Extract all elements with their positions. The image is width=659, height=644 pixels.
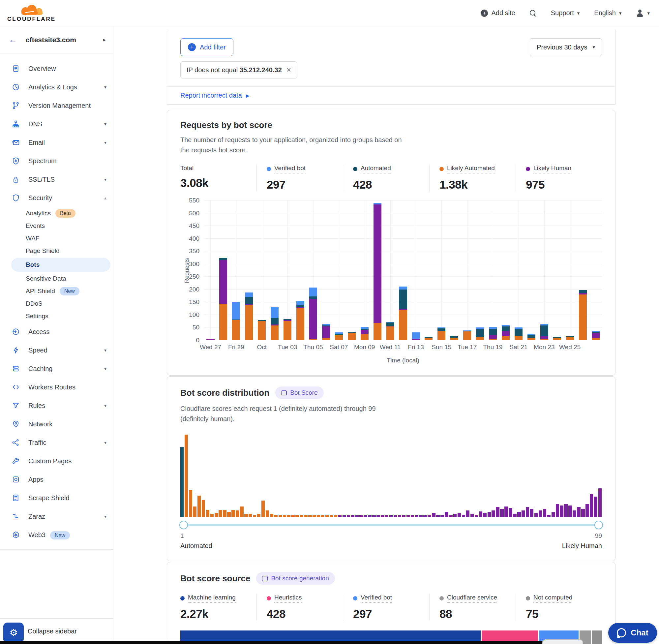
sidebar-item-ssl-tls[interactable]: SSL/TLS▾ [0, 170, 113, 189]
stacked-bar[interactable] [232, 302, 240, 340]
sidebar-item-spectrum[interactable]: Spectrum [0, 152, 113, 170]
stacked-bar[interactable] [283, 319, 291, 340]
histogram-bar[interactable] [283, 515, 286, 518]
filter-chip[interactable]: IP does not equal 35.212.240.32 × [180, 61, 297, 78]
sidebar-subitem-analytics[interactable]: AnalyticsBeta [0, 207, 113, 220]
histogram-bar[interactable] [423, 515, 427, 518]
histogram-bar[interactable] [496, 507, 499, 517]
histogram-bar[interactable] [598, 488, 602, 518]
histogram-bar[interactable] [334, 515, 337, 518]
histogram-bar[interactable] [359, 515, 362, 518]
sidebar-item-overview[interactable]: Overview [0, 59, 113, 78]
sidebar-subitem-waf[interactable]: WAF [0, 232, 113, 245]
collapse-sidebar-row[interactable]: ⚙ Collapse sidebar [0, 618, 113, 644]
cloudflare-logo[interactable]: CLOUDFLARE [7, 5, 56, 22]
histogram-bar[interactable] [398, 515, 401, 518]
histogram-bar[interactable] [270, 514, 273, 517]
settings-gear-button[interactable]: ⚙ [3, 623, 24, 643]
histogram-bar[interactable] [577, 507, 580, 517]
histogram-bar[interactable] [428, 515, 431, 518]
histogram-bar[interactable] [372, 515, 376, 518]
sidebar-item-rules[interactable]: Rules▾ [0, 396, 113, 415]
histogram-bar[interactable] [457, 513, 461, 518]
histogram-bar[interactable] [586, 504, 589, 517]
add-filter-button[interactable]: + Add filter [180, 38, 233, 56]
histogram-bar[interactable] [415, 515, 418, 518]
histogram-bar[interactable] [253, 515, 256, 518]
date-range-select[interactable]: Previous 30 days ▾ [530, 38, 602, 56]
histogram-bar[interactable] [236, 510, 239, 517]
histogram-bar[interactable] [300, 515, 303, 518]
histogram-bar[interactable] [504, 506, 508, 518]
slider-track[interactable] [180, 524, 602, 526]
histogram-bar[interactable] [483, 513, 487, 518]
histogram-bar[interactable] [470, 514, 474, 517]
histogram-bar[interactable] [202, 500, 205, 518]
histogram-bar[interactable] [193, 506, 196, 518]
stacked-bar[interactable] [515, 327, 522, 340]
stat-label-text[interactable]: Cloudflare service [447, 594, 497, 603]
histogram-bar[interactable] [368, 515, 371, 518]
histogram-bar[interactable] [581, 509, 585, 517]
histogram-bar[interactable] [539, 510, 542, 517]
histogram-bar[interactable] [441, 515, 444, 518]
histogram-bar[interactable] [231, 510, 235, 518]
histogram-bar[interactable] [218, 510, 222, 518]
site-selector[interactable]: ← cftestsite3.com ▸ [0, 26, 113, 53]
sidebar-item-custom-pages[interactable]: Custom Pages [0, 452, 113, 470]
histogram-bar[interactable] [394, 515, 397, 518]
sidebar-subitem-settings[interactable]: Settings [0, 310, 113, 322]
stacked-bar[interactable] [219, 258, 227, 340]
histogram-bar[interactable] [223, 510, 226, 518]
histogram-bar[interactable] [308, 515, 311, 518]
stacked-bar[interactable] [270, 307, 279, 340]
stacked-bar[interactable] [566, 336, 574, 340]
histogram-bar[interactable] [573, 510, 576, 517]
histogram-bar[interactable] [406, 515, 410, 518]
sidebar-item-security[interactable]: Security▴ [0, 189, 113, 207]
histogram-bar[interactable] [347, 515, 350, 518]
histogram-bar[interactable] [197, 496, 201, 517]
stacked-bar[interactable] [297, 301, 304, 340]
histogram-bar[interactable] [287, 515, 290, 518]
stacked-bar[interactable] [450, 336, 458, 340]
sidebar-item-dns[interactable]: DNS▾ [0, 115, 113, 133]
histogram-bar[interactable] [227, 512, 231, 517]
sidebar-item-caching[interactable]: Caching▾ [0, 360, 113, 378]
histogram-bar[interactable] [261, 501, 265, 517]
stat-label-text[interactable]: Likely Automated [447, 164, 495, 174]
histogram-bar[interactable] [479, 511, 482, 518]
stacked-bar[interactable] [361, 327, 369, 340]
histogram-bar[interactable] [210, 514, 214, 517]
sidebar-item-speed[interactable]: Speed▾ [0, 341, 113, 360]
histogram-bar[interactable] [534, 513, 538, 518]
slider-handle-min[interactable] [179, 521, 188, 529]
histogram-bar[interactable] [530, 509, 534, 517]
histogram-bar[interactable] [568, 506, 572, 517]
histogram-bar[interactable] [402, 515, 405, 518]
histogram-bar[interactable] [432, 513, 435, 518]
histogram-bar[interactable] [376, 515, 380, 518]
sidebar-item-workers-routes[interactable]: Workers Routes [0, 378, 113, 396]
sidebar-subitem-api-shield[interactable]: API ShieldNew [0, 285, 113, 297]
back-arrow-icon[interactable]: ← [8, 34, 17, 45]
histogram-bar[interactable] [466, 510, 469, 517]
histogram-bar[interactable] [317, 515, 320, 518]
histogram-bar[interactable] [185, 435, 188, 517]
search-button[interactable] [530, 10, 536, 17]
stacked-bar[interactable] [258, 320, 266, 340]
histogram-bar[interactable] [556, 504, 559, 517]
sidebar-item-zaraz[interactable]: Zaraz▾ [0, 507, 113, 526]
histogram-bar[interactable] [411, 515, 414, 518]
histogram-bar[interactable] [594, 497, 597, 518]
histogram-bar[interactable] [547, 515, 550, 518]
sidebar-item-scrape-shield[interactable]: Scrape Shield [0, 489, 113, 507]
histogram-bar[interactable] [206, 510, 209, 518]
histogram-bar[interactable] [551, 512, 555, 517]
histogram-bar[interactable] [180, 447, 184, 518]
slider-handle-max[interactable] [594, 521, 603, 529]
add-site-button[interactable]: + Add site [481, 9, 515, 17]
support-menu[interactable]: Support ▾ [551, 9, 580, 17]
histogram-bar[interactable] [560, 506, 563, 517]
stacked-bar[interactable] [206, 339, 214, 340]
